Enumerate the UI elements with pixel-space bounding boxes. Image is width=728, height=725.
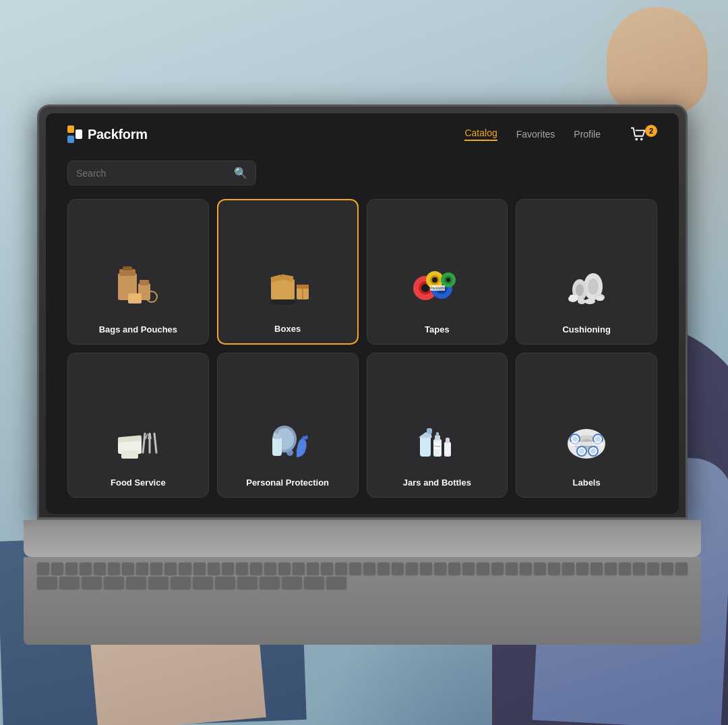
- svg-rect-75: [570, 442, 603, 446]
- key[interactable]: [171, 577, 191, 589]
- nav-profile[interactable]: Profile: [574, 129, 601, 140]
- svg-rect-4: [123, 266, 132, 270]
- category-card-personal-protection[interactable]: Personal Protection: [217, 353, 359, 498]
- key[interactable]: [605, 562, 617, 575]
- key[interactable]: [548, 562, 560, 575]
- category-card-cushioning[interactable]: Cushioning: [516, 199, 657, 345]
- key[interactable]: [349, 562, 361, 575]
- key[interactable]: [534, 562, 546, 575]
- key[interactable]: [520, 562, 532, 575]
- key[interactable]: [406, 562, 418, 575]
- category-card-labels[interactable]: Labels: [516, 353, 657, 498]
- svg-point-33: [576, 284, 584, 296]
- key[interactable]: [126, 577, 146, 589]
- key[interactable]: [434, 562, 446, 575]
- search-box[interactable]: 🔍: [67, 161, 256, 185]
- svg-point-27: [446, 278, 450, 282]
- key[interactable]: [51, 562, 63, 575]
- key[interactable]: [377, 562, 390, 575]
- category-image-personal-protection: [257, 411, 318, 472]
- key[interactable]: [448, 562, 460, 575]
- category-card-bags-pouches[interactable]: Bags and Pouches: [67, 199, 209, 345]
- key[interactable]: [576, 562, 588, 575]
- key[interactable]: [193, 577, 213, 589]
- svg-point-36: [584, 299, 595, 304]
- key[interactable]: [65, 562, 78, 575]
- key[interactable]: [661, 562, 673, 575]
- key[interactable]: [326, 577, 346, 589]
- key[interactable]: [392, 562, 404, 575]
- category-card-jars-bottles[interactable]: Pack Jars and Bottles: [367, 353, 508, 498]
- key[interactable]: [208, 562, 220, 575]
- nav-favorites[interactable]: Favorites: [516, 129, 555, 140]
- svg-point-0: [635, 138, 638, 141]
- svg-point-8: [146, 291, 157, 302]
- key[interactable]: [222, 562, 234, 575]
- svg-point-72: [579, 448, 584, 454]
- category-image-cushioning: [556, 258, 617, 319]
- key[interactable]: [148, 577, 169, 589]
- key[interactable]: [420, 562, 432, 575]
- key[interactable]: [363, 562, 375, 575]
- search-input[interactable]: [76, 168, 229, 179]
- key[interactable]: [647, 562, 659, 575]
- laptop-lid: Packform Catalog Favorites Profile: [37, 105, 688, 523]
- key[interactable]: [462, 562, 475, 575]
- key[interactable]: [250, 562, 262, 575]
- key[interactable]: [260, 577, 280, 589]
- key[interactable]: [321, 562, 333, 575]
- key[interactable]: [237, 577, 257, 589]
- category-card-food-service[interactable]: Food Service: [67, 353, 209, 498]
- key[interactable]: [477, 562, 489, 575]
- category-grid: Bags and Pouches: [46, 199, 679, 514]
- key[interactable]: [136, 562, 148, 575]
- tapes-svg: Packform: [406, 260, 467, 317]
- category-card-tapes[interactable]: Packform Tapes: [367, 199, 508, 345]
- key[interactable]: [179, 562, 191, 575]
- key[interactable]: [282, 577, 302, 589]
- key[interactable]: [37, 562, 49, 575]
- cart-button[interactable]: 2: [630, 126, 657, 142]
- key[interactable]: [122, 562, 134, 575]
- key[interactable]: [307, 562, 319, 575]
- head-decoration: [607, 7, 708, 115]
- category-image-bags-pouches: [108, 258, 169, 319]
- key[interactable]: [506, 562, 518, 575]
- svg-point-1: [640, 138, 643, 141]
- key[interactable]: [562, 562, 574, 575]
- app-container: Packform Catalog Favorites Profile: [46, 113, 679, 514]
- keyboard-area: [24, 557, 701, 645]
- key[interactable]: [37, 577, 57, 589]
- category-label-personal-protection: Personal Protection: [246, 477, 329, 488]
- category-label-cushioning: Cushioning: [562, 324, 611, 335]
- key[interactable]: [82, 577, 102, 589]
- key[interactable]: [304, 577, 324, 589]
- key[interactable]: [590, 562, 603, 575]
- nav-catalog[interactable]: Catalog: [464, 127, 497, 141]
- key[interactable]: [264, 562, 276, 575]
- key[interactable]: [193, 562, 206, 575]
- key[interactable]: [94, 562, 106, 575]
- category-card-boxes[interactable]: Boxes: [217, 199, 359, 345]
- category-label-boxes: Boxes: [274, 324, 301, 334]
- key[interactable]: [293, 562, 305, 575]
- search-area: 🔍: [46, 155, 679, 199]
- key[interactable]: [619, 562, 631, 575]
- key[interactable]: [108, 562, 120, 575]
- key[interactable]: [675, 562, 688, 575]
- key[interactable]: [633, 562, 645, 575]
- key[interactable]: [164, 562, 177, 575]
- key[interactable]: [491, 562, 504, 575]
- key[interactable]: [335, 562, 347, 575]
- key[interactable]: [215, 577, 235, 589]
- svg-rect-51: [272, 437, 282, 456]
- key[interactable]: [150, 562, 162, 575]
- screen: Packform Catalog Favorites Profile: [46, 113, 679, 514]
- key[interactable]: [80, 562, 92, 575]
- logo-text: Packform: [88, 127, 148, 142]
- key[interactable]: [59, 577, 80, 589]
- boxes-svg: [257, 259, 318, 316]
- key[interactable]: [236, 562, 248, 575]
- key[interactable]: [278, 562, 291, 575]
- key[interactable]: [104, 577, 124, 589]
